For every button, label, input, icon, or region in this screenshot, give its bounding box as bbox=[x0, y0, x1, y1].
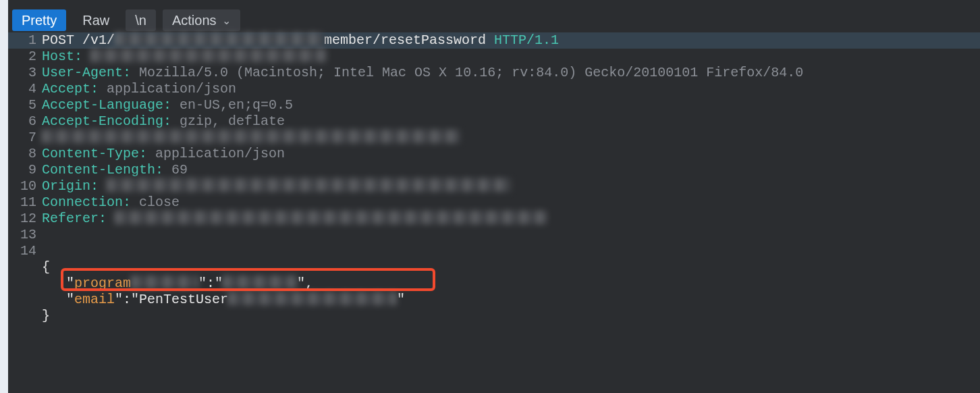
header-name: Referer bbox=[42, 211, 99, 226]
redacted-origin bbox=[107, 178, 512, 192]
header-value: close bbox=[139, 194, 180, 210]
json-quote: " bbox=[66, 276, 74, 291]
request-body[interactable]: { "program":"", "email":"PenTestUser" } bbox=[40, 243, 980, 357]
code-editor[interactable]: 1 POST /v1/member/resetPassword HTTP/1.1… bbox=[8, 32, 980, 393]
line-number: 13 bbox=[8, 227, 40, 243]
header-line[interactable]: Connection: close bbox=[40, 194, 980, 211]
path-suffix: member/resetPassword bbox=[324, 32, 494, 48]
line-number: 11 bbox=[8, 194, 40, 211]
json-middle: ":" bbox=[115, 292, 139, 307]
json-quote-end: " bbox=[397, 292, 405, 307]
code-line: 1 POST /v1/member/resetPassword HTTP/1.1 bbox=[8, 32, 980, 49]
code-line: 14 { "program":"", "email":"PenTestUser"… bbox=[8, 243, 980, 357]
header-line[interactable]: Host: bbox=[40, 49, 980, 65]
header-colon: : bbox=[123, 65, 139, 80]
json-middle: ":" bbox=[198, 276, 223, 291]
brace-close: } bbox=[42, 308, 50, 323]
header-name: Host bbox=[42, 49, 74, 64]
code-line: 9 Content-Length: 69 bbox=[8, 162, 980, 178]
json-value-email-prefix: PenTestUser bbox=[139, 292, 228, 307]
chevron-down-icon: ⌄ bbox=[222, 14, 231, 27]
header-value: application/json bbox=[107, 81, 236, 97]
header-line[interactable]: Accept-Language: en-US,en;q=0.5 bbox=[40, 97, 980, 113]
header-name: User-Agent bbox=[42, 65, 123, 80]
code-line: 2 Host: bbox=[8, 49, 980, 65]
header-colon: : bbox=[139, 146, 155, 161]
redacted-header bbox=[42, 130, 460, 143]
header-name: Connection bbox=[42, 194, 123, 210]
window-left-edge bbox=[0, 0, 8, 393]
blank-line[interactable] bbox=[40, 227, 980, 243]
line-number: 10 bbox=[8, 178, 40, 194]
line-number: 6 bbox=[8, 113, 40, 130]
code-line: 13 bbox=[8, 227, 980, 243]
header-value: en-US,en;q=0.5 bbox=[180, 97, 293, 113]
line-number: 4 bbox=[8, 81, 40, 97]
code-line: 3 User-Agent: Mozilla/5.0 (Macintosh; In… bbox=[8, 65, 980, 81]
code-line: 6 Accept-Encoding: gzip, deflate bbox=[8, 113, 980, 130]
body-indent bbox=[42, 292, 66, 307]
json-key-program: program bbox=[74, 276, 131, 291]
json-quote: " bbox=[66, 292, 74, 307]
toggle-newline[interactable]: \n bbox=[126, 9, 156, 31]
line-number: 1 bbox=[8, 32, 40, 49]
header-line[interactable] bbox=[40, 130, 980, 146]
header-line[interactable]: Accept: application/json bbox=[40, 81, 980, 97]
line-number: 12 bbox=[8, 211, 40, 227]
line-number: 8 bbox=[8, 146, 40, 162]
actions-menu-label: Actions bbox=[172, 13, 217, 28]
header-line[interactable]: Content-Length: 69 bbox=[40, 162, 980, 178]
header-line[interactable]: Referer: bbox=[40, 211, 980, 227]
line-number: 3 bbox=[8, 65, 40, 81]
http-version: HTTP/1.1 bbox=[494, 32, 559, 48]
code-line: 10 Origin: bbox=[8, 178, 980, 194]
header-line[interactable]: User-Agent: Mozilla/5.0 (Macintosh; Inte… bbox=[40, 65, 980, 81]
redacted-json-value bbox=[223, 276, 297, 289]
redacted-email-suffix bbox=[228, 292, 397, 305]
request-line[interactable]: POST /v1/member/resetPassword HTTP/1.1 bbox=[40, 32, 980, 49]
header-colon: : bbox=[90, 81, 107, 97]
header-value: 69 bbox=[171, 162, 188, 178]
code-line: 7 bbox=[8, 130, 980, 146]
tab-pretty[interactable]: Pretty bbox=[12, 9, 66, 31]
app-window: Pretty Raw \n Actions ⌄ 1 POST /v1/membe… bbox=[0, 0, 980, 393]
header-colon: : bbox=[163, 97, 180, 113]
brace-open: { bbox=[42, 259, 50, 275]
line-number: 7 bbox=[8, 130, 40, 146]
http-request-editor: Pretty Raw \n Actions ⌄ 1 POST /v1/membe… bbox=[8, 0, 980, 393]
code-line: 12 Referer: bbox=[8, 211, 980, 227]
header-name: Accept-Encoding bbox=[42, 113, 163, 129]
header-colon: : bbox=[99, 211, 115, 226]
header-line[interactable]: Origin: bbox=[40, 178, 980, 194]
code-line: 8 Content-Type: application/json bbox=[8, 146, 980, 162]
body-indent bbox=[42, 276, 66, 291]
line-number: 5 bbox=[8, 97, 40, 113]
code-line: 4 Accept: application/json bbox=[8, 81, 980, 97]
json-key-email: email bbox=[74, 292, 115, 307]
json-end: ", bbox=[297, 276, 313, 291]
header-colon: : bbox=[123, 194, 139, 210]
code-line: 5 Accept-Language: en-US,en;q=0.5 bbox=[8, 97, 980, 113]
tab-raw[interactable]: Raw bbox=[73, 9, 119, 31]
header-colon: : bbox=[163, 113, 180, 129]
header-name: Content-Length bbox=[42, 162, 155, 178]
header-name: Origin bbox=[42, 178, 90, 194]
redacted-path-segment bbox=[115, 32, 324, 46]
header-name: Accept-Language bbox=[42, 97, 163, 113]
code-line: 11 Connection: close bbox=[8, 194, 980, 211]
redacted-referer bbox=[115, 211, 547, 224]
line-number: 14 bbox=[8, 243, 40, 357]
line-number: 9 bbox=[8, 162, 40, 178]
header-value: Mozilla/5.0 (Macintosh; Intel Mac OS X 1… bbox=[139, 65, 803, 80]
redacted-host bbox=[90, 49, 327, 62]
header-value: gzip, deflate bbox=[180, 113, 285, 129]
header-colon: : bbox=[155, 162, 171, 178]
redacted-json-key bbox=[131, 276, 198, 289]
header-colon: : bbox=[74, 49, 90, 64]
path-prefix: /v1/ bbox=[74, 32, 115, 48]
header-line[interactable]: Content-Type: application/json bbox=[40, 146, 980, 162]
http-method: POST bbox=[42, 32, 74, 48]
header-colon: : bbox=[90, 178, 107, 194]
actions-menu[interactable]: Actions ⌄ bbox=[163, 9, 240, 31]
header-line[interactable]: Accept-Encoding: gzip, deflate bbox=[40, 113, 980, 130]
